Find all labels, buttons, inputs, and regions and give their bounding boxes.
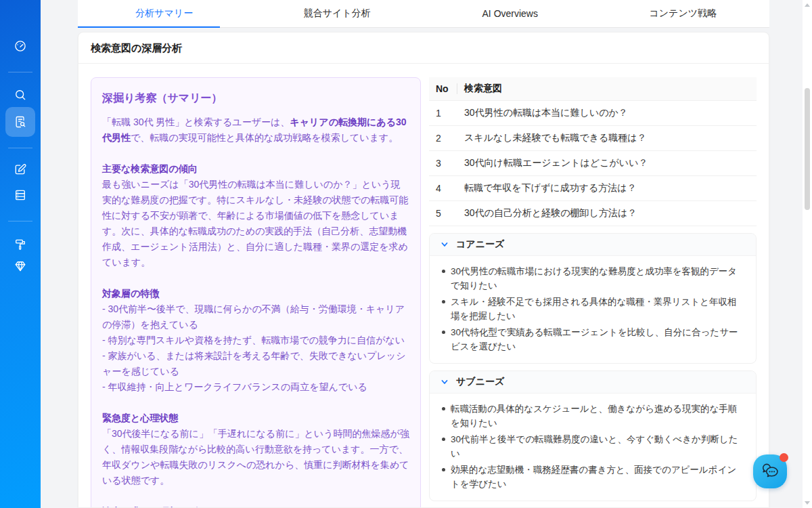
- summary-line: - 家族がいる、または将来設計を考える年齢で、失敗できないプレッシャーを感じてい…: [102, 348, 409, 379]
- summary-section-heading: 緊急度と心理状態: [102, 410, 409, 426]
- paint-roller-icon: [14, 238, 27, 254]
- panel-header-sub-needs[interactable]: サブニーズ: [430, 371, 756, 394]
- column-header-intent: 検索意図: [457, 77, 757, 101]
- summary-section: 緊急度と心理状態 「30代後半になる前に」「手遅れになる前に」という時間的焦燥感…: [102, 410, 409, 488]
- card-body: 深掘り考察（サマリー） 「転職 30代 男性」と検索するユーザーは、キャリアの転…: [78, 64, 769, 508]
- panel-title: コアニーズ: [456, 238, 504, 251]
- sidebar-item-articles[interactable]: [14, 190, 27, 203]
- chat-bubbles-icon: [759, 460, 782, 483]
- tab-analysis-summary[interactable]: 分析サマリー: [78, 0, 251, 27]
- notification-dot: [780, 453, 788, 462]
- sidebar-item-search[interactable]: [14, 89, 27, 103]
- table-header-row: No 検索意図: [429, 77, 757, 101]
- column-header-no: No: [429, 77, 457, 101]
- summary-line: 最も強いニーズは「30代男性の転職は本当に難しいのか？」という現実的な難易度の把…: [102, 177, 409, 270]
- list-item: 30代特化型で実績ある転職エージェントを比較し、自分に合ったサービスを選びたい: [441, 325, 745, 354]
- table-row: 2 スキルなし未経験でも転職できる職種は？: [429, 126, 757, 151]
- list-item: 30代男性の転職市場における現実的な難易度と成功率を客観的データで知りたい: [441, 264, 745, 293]
- table-row: 1 30代男性の転職は本当に難しいのか？: [429, 101, 757, 126]
- summary-intro-text: で、転職の実現可能性と具体的な成功戦略を模索しています。: [131, 132, 398, 143]
- summary-section-heading: 主要な検索意図の傾向: [102, 161, 409, 177]
- table-body: 1 30代男性の転職は本当に難しいのか？ 2 スキルなし未経験でも転職できる職種…: [429, 101, 757, 226]
- intent-cell: 転職で年収を下げずに成功する方法は？: [457, 176, 757, 201]
- panel-body: 30代男性の転職市場における現実的な難易度と成功率を客観的データで知りたいスキル…: [430, 256, 756, 363]
- tab-label: コンテンツ戦略: [649, 7, 717, 20]
- sidebar-divider: [8, 221, 32, 221]
- summary-line: - 特別な専門スキルや資格を持たず、転職市場での競争力に自信がない: [102, 333, 409, 348]
- row-number-cell: 2: [429, 126, 457, 151]
- dashboard-icon: [14, 39, 27, 56]
- summary-line: - 年収維持・向上とワークライフバランスの両立を望んでいる: [102, 379, 409, 395]
- sidebar-item-editor[interactable]: [14, 164, 27, 177]
- row-number-cell: 4: [429, 176, 457, 201]
- sidebar-divider: [8, 72, 32, 72]
- tab-content-strategy[interactable]: コンテンツ戦略: [597, 0, 770, 27]
- chevron-down-icon: [441, 240, 449, 249]
- active-tab-indicator: [78, 26, 220, 28]
- summary-section-lines: 最も強いニーズは「30代男性の転職は本当に難しいのか？」という現実的な難易度の把…: [102, 177, 409, 270]
- table-row: 3 30代向け転職エージェントはどこがいい？: [429, 151, 757, 176]
- scroll-down-arrow[interactable]: [805, 501, 810, 505]
- right-column: No 検索意図 1 30代男性の転職は本当に難しいのか？ 2 スキ: [429, 77, 757, 508]
- panel-sub-needs: サブニーズ 転職活動の具体的なスケジュールと、働きながら進める現実的な手順を知り…: [429, 371, 757, 501]
- scroll-up-arrow[interactable]: [805, 3, 810, 7]
- summary-section: 主要な検索意図の傾向 最も強いニーズは「30代男性の転職は本当に難しいのか？」と…: [102, 161, 409, 270]
- list-item: スキル・経験不足でも採用される具体的な職種・業界リストと年収相場を把握したい: [441, 295, 745, 323]
- tab-label: 競合サイト分析: [304, 7, 371, 20]
- intent-cell: 30代男性の転職は本当に難しいのか？: [457, 101, 757, 126]
- list-item: 転職活動の具体的なスケジュールと、働きながら進める現実的な手順を知りたい: [441, 402, 745, 430]
- summary-section-lines: 「30代後半になる前に」「手遅れになる前に」という時間的焦燥感が強く、情報収集段…: [102, 426, 409, 488]
- list-item: 効果的な志望動機・職務経歴書の書き方と、面接でのアピールポイントを学びたい: [441, 463, 745, 491]
- summary-section-heading: 対象層の特徴: [102, 286, 409, 301]
- tab-competitor-analysis[interactable]: 競合サイト分析: [251, 0, 424, 27]
- sidebar: [0, 0, 41, 508]
- tab-bar: 分析サマリー 競合サイト分析 AI Overviews コンテンツ戦略: [78, 0, 769, 28]
- summary-section-heading: 読者が求める理想のゴール: [102, 504, 409, 508]
- intent-analysis-card: 検索意図の深層分析 深掘り考察（サマリー） 「転職 30代 男性」と検索するユー…: [78, 32, 769, 508]
- summary-intro-text: 「転職 30代 男性」と検索するユーザーは、: [102, 117, 290, 127]
- sidebar-divider: [8, 148, 32, 148]
- bullet-list: 30代男性の転職市場における現実的な難易度と成功率を客観的データで知りたいスキル…: [441, 264, 745, 354]
- panel-header-core-needs[interactable]: コアニーズ: [430, 234, 756, 256]
- tab-ai-overviews[interactable]: AI Overviews: [424, 0, 597, 27]
- intent-cell: スキルなし未経験でも転職できる職種は？: [457, 126, 757, 151]
- sidebar-item-premium[interactable]: [14, 261, 27, 274]
- page-scrollbar: [803, 0, 812, 508]
- search-intent-table: No 検索意図 1 30代男性の転職は本当に難しいのか？ 2 スキ: [429, 77, 757, 226]
- row-number-cell: 3: [429, 151, 457, 176]
- row-number-cell: 1: [429, 101, 457, 126]
- summary-line: - 30代前半〜後半で、現職に何らかの不満（給与・労働環境・キャリアの停滞）を抱…: [102, 301, 409, 333]
- tab-label: AI Overviews: [482, 8, 538, 19]
- panel-body: 転職活動の具体的なスケジュールと、働きながら進める現実的な手順を知りたい30代前…: [430, 394, 756, 501]
- sidebar-item-design[interactable]: [14, 239, 27, 253]
- summary-panel-title: 深掘り考察（サマリー）: [102, 90, 409, 106]
- page-title: 検索意図の深層分析: [78, 33, 769, 64]
- table-row: 5 30代の自己分析と経験の棚卸し方法は？: [429, 201, 757, 226]
- gem-icon: [14, 259, 27, 276]
- list-item: 30代前半と後半での転職難易度の違いと、今すぐ動くべきか判断したい: [441, 432, 745, 461]
- chevron-down-icon: [441, 378, 449, 386]
- intent-cell: 30代向け転職エージェントはどこがいい？: [457, 151, 757, 176]
- row-number-cell: 5: [429, 201, 457, 226]
- scrollbar-thumb[interactable]: [805, 88, 810, 210]
- server-icon: [14, 188, 27, 205]
- sidebar-item-intent-analysis[interactable]: [5, 107, 35, 137]
- tab-label: 分析サマリー: [135, 7, 193, 20]
- summary-intro: 「転職 30代 男性」と検索するユーザーは、キャリアの転換期にある30代男性で、…: [102, 114, 409, 146]
- panel-core-needs: コアニーズ 30代男性の転職市場における現実的な難易度と成功率を客観的データで知…: [429, 233, 757, 364]
- edit-icon: [14, 163, 27, 179]
- summary-section: 対象層の特徴 - 30代前半〜後半で、現職に何らかの不満（給与・労働環境・キャリ…: [102, 286, 409, 395]
- search-icon: [14, 88, 27, 104]
- chat-widget-button[interactable]: [753, 454, 787, 488]
- summary-section-lines: - 30代前半〜後半で、現職に何らかの不満（給与・労働環境・キャリアの停滞）を抱…: [102, 301, 409, 395]
- summary-section: 読者が求める理想のゴール - 30代でも採用される現実的な転職先の選択肢を知る-…: [102, 504, 409, 508]
- bullet-list: 転職活動の具体的なスケジュールと、働きながら進める現実的な手順を知りたい30代前…: [441, 402, 745, 491]
- summary-panel: 深掘り考察（サマリー） 「転職 30代 男性」と検索するユーザーは、キャリアの転…: [91, 77, 421, 508]
- document-search-icon: [14, 115, 27, 129]
- table-row: 4 転職で年収を下げずに成功する方法は？: [429, 176, 757, 201]
- summary-line: 「30代後半になる前に」「手遅れになる前に」という時間的焦燥感が強く、情報収集段…: [102, 426, 409, 488]
- intent-cell: 30代の自己分析と経験の棚卸し方法は？: [457, 201, 757, 226]
- panel-title: サブニーズ: [456, 376, 504, 388]
- sidebar-item-dashboard[interactable]: [14, 41, 27, 54]
